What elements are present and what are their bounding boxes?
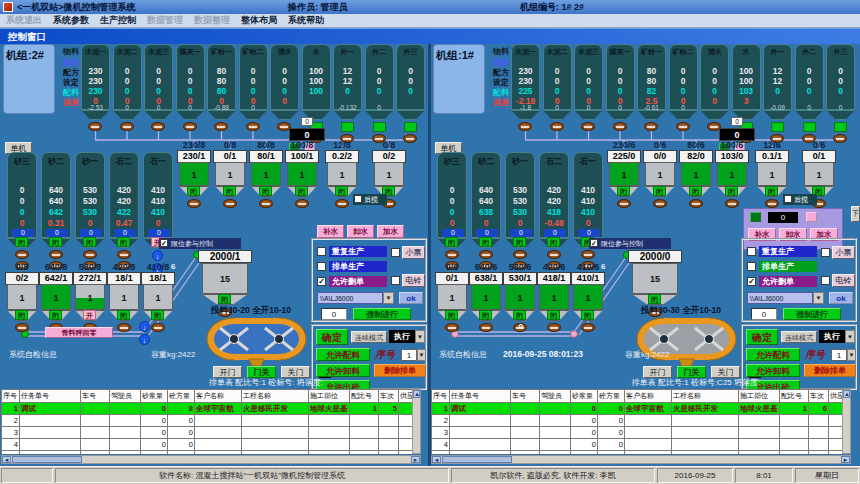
scroll-thumb[interactable] [442,456,512,463]
sequence-dropdown[interactable]: 1 [401,349,417,361]
production-option-label[interactable]: 重复生产 [329,246,387,257]
table-horizontal-scrollbar[interactable]: ◄► [1,455,421,464]
side-option-label[interactable]: 电铃 [832,274,855,287]
limit-control-checkbox[interactable]: ✓限位参与控制 [589,238,671,249]
production-option-label[interactable]: 允许删单 [329,276,387,287]
table-vertical-scrollbar[interactable]: ▲ [412,389,421,454]
scroll-right-arrow[interactable]: ► [411,456,420,463]
scroll-thumb[interactable] [12,456,82,463]
hopper-gate-badge[interactable]: 闭 [295,186,308,196]
bin-valve-icon[interactable] [117,250,131,259]
hopper-gate-badge[interactable]: 开 [83,310,96,320]
production-option-checkbox[interactable] [317,247,326,256]
discharge-valve-icon[interactable] [187,199,201,208]
table-row[interactable]: 200 [2,415,413,427]
hopper-gate-badge[interactable]: 闭 [117,237,130,247]
delete-order-button[interactable]: 删除排单 [374,364,426,377]
hopper-gate-badge[interactable]: 闭 [15,237,28,247]
discharge-valve-icon[interactable] [117,323,131,332]
scroll-up-arrow[interactable]: ▲ [843,390,850,398]
force-count-input[interactable]: 0 [751,308,777,320]
limit-control-checkbox[interactable]: ✓限位参与控制 [159,238,241,249]
bin-valve-icon[interactable] [547,250,561,259]
allow-batch-button[interactable]: 允许配料 [316,348,370,361]
bin-valve-icon[interactable] [479,250,493,259]
exec-dropdown-arrow[interactable]: ▼ [845,330,855,343]
material-valve-icon[interactable] [581,122,595,131]
hopper-gate-badge[interactable]: 闭 [445,237,458,247]
bin-valve-icon[interactable] [49,250,63,259]
table-row[interactable]: 200 [432,415,843,427]
device-dropdown-arrow[interactable]: ▼ [383,292,394,304]
material-valve-icon[interactable] [246,122,260,131]
hopper-gate-badge[interactable]: 闭 [513,310,526,320]
side-option-label[interactable]: 小票 [402,246,425,259]
side-option-label[interactable]: 电铃 [402,274,425,287]
side-option-checkbox[interactable] [821,248,830,257]
belt-valve-icon[interactable]: ↓ [139,334,150,345]
table-row[interactable]: 300 [2,427,413,439]
production-option-checkbox[interactable] [317,262,326,271]
sequence-dropdown-arrow[interactable]: ▼ [417,349,426,361]
pump-indicator[interactable] [771,122,784,132]
production-option-checkbox[interactable]: ✓ [747,277,756,286]
discharge-valve-icon[interactable] [725,199,739,208]
force-proceed-button[interactable]: 强制进行 [783,308,841,320]
pump-indicator[interactable] [803,122,816,132]
device-combobox[interactable]: \\A\LJ6000 [317,292,383,304]
table-row[interactable]: 500 [432,451,843,455]
table-horizontal-scrollbar[interactable]: ◄► [431,455,851,464]
bin-valve-icon[interactable] [83,250,97,259]
production-option-label[interactable]: 重复生产 [759,246,817,257]
force-proceed-button[interactable]: 强制进行 [353,308,411,320]
sequence-dropdown-arrow[interactable]: ▼ [847,349,856,361]
hopper-gate-badge[interactable]: 闭 [765,186,778,196]
pump-indicator[interactable] [834,122,847,132]
menu-item[interactable]: 系统帮助 [288,14,324,27]
exec-dropdown-arrow[interactable]: ▼ [415,330,425,343]
material-valve-icon[interactable] [151,122,165,131]
rear-mix-checkbox[interactable]: 后搅 [353,194,387,205]
side-option-checkbox[interactable] [821,276,830,285]
belt-feed-valve-icon[interactable]: ↓ [152,250,163,261]
water-aux-button[interactable]: 加水 [377,225,404,238]
bin-valve-icon[interactable] [445,250,459,259]
hopper-gate-badge[interactable]: 闭 [187,186,200,196]
ok-button[interactable]: ok [399,292,423,304]
scroll-up-arrow[interactable]: ▲ [413,390,420,398]
discharge-valve-icon[interactable] [223,199,237,208]
discharge-valve-icon[interactable] [15,323,29,332]
hopper-gate-badge[interactable]: 闭 [617,186,630,196]
hopper-gate-badge[interactable]: 闭 [689,186,702,196]
side-scroll-button[interactable]: 下 [851,206,860,222]
bin-valve-icon[interactable] [15,250,29,259]
production-option-checkbox[interactable] [747,247,756,256]
scroll-left-arrow[interactable]: ◄ [2,456,11,463]
menu-item[interactable]: 系统参数 [53,14,89,27]
material-valve-icon[interactable] [120,122,134,131]
rear-mix-checkbox[interactable]: 后搅 [783,194,817,205]
production-option-checkbox[interactable] [747,262,756,271]
production-option-label[interactable]: 允许删单 [759,276,817,287]
table-row[interactable]: 500 [2,451,413,455]
delete-order-button[interactable]: 删除排单 [804,364,856,377]
material-valve-icon[interactable] [214,122,228,131]
hopper-gate-badge[interactable]: 闭 [648,294,661,304]
hopper-gate-badge[interactable]: 闭 [547,310,560,320]
table-row[interactable]: 1调试08全球宇宙航火星移民开发地球火星基1536 [2,403,413,415]
hopper-gate-badge[interactable]: 闭 [218,294,231,304]
hopper-gate-badge[interactable]: 闭 [259,186,272,196]
material-valve-icon[interactable] [676,122,690,131]
discharge-valve-icon[interactable] [259,199,273,208]
menu-item[interactable]: 整体布局 [241,14,277,27]
discharge-valve-icon[interactable] [653,199,667,208]
hopper-gate-badge[interactable]: 闭 [117,310,130,320]
hopper-gate-badge[interactable]: 闭 [653,186,666,196]
sequence-dropdown[interactable]: 1 [831,349,847,361]
belt-valve-icon[interactable]: ↓ [139,321,150,332]
hopper-gate-badge[interactable]: 闭 [15,310,28,320]
material-valve-icon[interactable] [613,122,627,131]
hopper-gate-badge[interactable]: 闭 [223,186,236,196]
scroll-left-arrow[interactable]: ◄ [432,456,441,463]
material-valve-icon[interactable] [183,122,197,131]
